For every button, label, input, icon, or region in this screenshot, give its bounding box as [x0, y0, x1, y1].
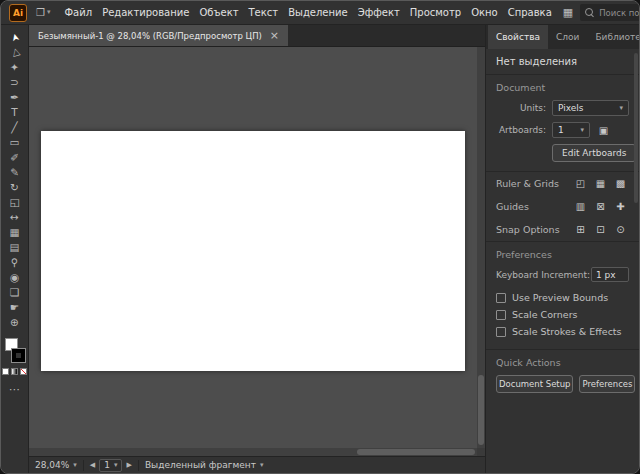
paintbrush-tool[interactable]: ✐	[3, 150, 27, 165]
help-search-box[interactable]	[580, 4, 640, 21]
artboard-number-dropdown[interactable]: 1 ▾	[99, 459, 122, 472]
show-transparency-grid-button[interactable]: ▩	[612, 176, 629, 191]
document-tab[interactable]: Безымянный-1 @ 28,04% (RGB/Предпросмотр …	[29, 25, 288, 46]
guides-row: Guides ▥ ⊠ ✚	[486, 195, 639, 218]
panel-tab-libraries[interactable]: Библиотеки	[587, 25, 640, 49]
menu-effect[interactable]: Эффект	[353, 4, 405, 21]
snap-to-grid-button[interactable]: ⊞	[572, 222, 589, 237]
statusbar-separator	[138, 460, 139, 471]
pen-tool[interactable]: ✒	[3, 90, 27, 105]
document-area: Безымянный-1 @ 28,04% (RGB/Предпросмотр …	[29, 25, 485, 473]
guides-label: Guides	[496, 201, 529, 212]
menu-select[interactable]: Выделение	[283, 4, 353, 21]
none-mode-button[interactable]	[20, 368, 27, 375]
horizontal-scrollbar[interactable]	[29, 448, 477, 456]
document-setup-button[interactable]: Document Setup	[496, 375, 573, 393]
artboard-settings-icon[interactable]: ▣	[595, 123, 612, 138]
show-guides-button[interactable]: ▥	[572, 199, 589, 214]
menu-type[interactable]: Текст	[244, 4, 284, 21]
chevron-down-icon: ▾	[580, 127, 584, 134]
color-mode-button[interactable]	[2, 368, 9, 375]
eyedropper-tool[interactable]: ⚲	[3, 255, 27, 270]
menu-object[interactable]: Объект	[194, 4, 243, 21]
type-tool[interactable]: T	[3, 105, 27, 120]
rotate-tool[interactable]: ↻	[3, 180, 27, 195]
status-indicator-dropdown[interactable]: Выделенный фрагмент ▾	[145, 460, 264, 470]
lasso-tool[interactable]: ⊃	[3, 75, 27, 90]
keyboard-increment-label: Keyboard Increment:	[496, 270, 590, 280]
quick-actions-title: Quick Actions	[496, 357, 629, 368]
use-preview-bounds-label: Use Preview Bounds	[512, 292, 608, 303]
smart-guides-button[interactable]: ✚	[612, 199, 629, 214]
chevron-down-icon: ▾	[73, 462, 77, 469]
gradient-mode-button[interactable]	[11, 368, 18, 375]
menu-edit[interactable]: Редактирование	[97, 4, 194, 21]
scale-strokes-effects-checkbox[interactable]	[496, 327, 506, 337]
scale-corners-label: Scale Corners	[512, 309, 577, 320]
app-grid-icon[interactable]: ▦	[563, 6, 573, 19]
zoom-tool[interactable]: ⊕	[3, 315, 27, 330]
mesh-tool[interactable]: ▦	[3, 225, 27, 240]
canvas[interactable]	[29, 47, 485, 456]
status-indicator-label: Выделенный фрагмент	[145, 460, 256, 470]
vertical-scrollbar[interactable]	[477, 47, 485, 448]
main-area: ➤ ▷ ✦ ⊃ ✒ T ╱ ▭ ✐ ✎ ↻ ◱ ↔ ▦ ▤ ⚲ ◉ ❏ ☛ ⊕	[1, 25, 639, 473]
horizontal-scrollbar-thumb[interactable]	[357, 449, 475, 455]
stroke-color-swatch[interactable]	[12, 349, 25, 362]
menu-help[interactable]: Справка	[503, 4, 557, 21]
keyboard-increment-input[interactable]	[591, 267, 629, 282]
scale-corners-checkbox[interactable]	[496, 310, 506, 320]
statusbar: 28,04% ▾ ◀ 1 ▾ ▶ Выделенный фрагмент ▾	[29, 456, 485, 473]
menu-window[interactable]: Окно	[466, 4, 503, 21]
workspace-switcher-button[interactable]: ❐ ▾	[33, 7, 53, 18]
edit-toolbar-button[interactable]: ⋯	[9, 383, 20, 396]
rectangle-tool[interactable]: ▭	[3, 135, 27, 150]
statusbar-separator	[83, 460, 84, 471]
width-tool[interactable]: ↔	[3, 210, 27, 225]
lock-guides-button[interactable]: ⊠	[592, 199, 609, 214]
snap-to-pixel-button[interactable]: ⊡	[592, 222, 609, 237]
menu-file[interactable]: Файл	[59, 4, 97, 21]
artboards-label: Artboards:	[496, 125, 546, 135]
snap-to-point-button[interactable]: ⊙	[612, 222, 629, 237]
artboard-navigation: ◀ 1 ▾ ▶	[90, 459, 132, 472]
help-search-input[interactable]	[599, 8, 640, 18]
show-grid-button[interactable]: ▦	[592, 176, 609, 191]
panel-tab-properties[interactable]: Свойства	[488, 25, 548, 49]
ruler-grids-label: Ruler & Grids	[496, 178, 559, 189]
units-value: Pixels	[558, 103, 584, 113]
close-tab-icon[interactable]: ×	[270, 30, 279, 41]
quick-actions-section: Quick Actions Document Setup Preferences	[486, 350, 639, 402]
next-artboard-button[interactable]: ▶	[126, 461, 131, 469]
ruler-grids-buttons: ◰ ▦ ▩	[572, 176, 629, 191]
blend-tool[interactable]: ◉	[3, 270, 27, 285]
scale-corners-row: Scale Corners	[496, 306, 629, 323]
hand-tool[interactable]: ☛	[3, 300, 27, 315]
use-preview-bounds-checkbox[interactable]	[496, 293, 506, 303]
artboards-dropdown[interactable]: 1 ▾	[552, 122, 590, 138]
snap-options-label: Snap Options	[496, 224, 560, 235]
previous-artboard-button[interactable]: ◀	[90, 461, 95, 469]
units-dropdown[interactable]: Pixels ▾	[552, 100, 629, 116]
zoom-dropdown[interactable]: 28,04% ▾	[35, 460, 77, 470]
units-label: Units:	[496, 103, 546, 113]
artboard-tool[interactable]: ❏	[3, 285, 27, 300]
vertical-scrollbar-thumb[interactable]	[478, 375, 484, 445]
scale-strokes-effects-row: Scale Strokes & Effects	[496, 323, 629, 340]
preferences-button[interactable]: Preferences	[579, 375, 635, 393]
gradient-tool[interactable]: ▤	[3, 240, 27, 255]
quick-actions-buttons: Document Setup Preferences	[496, 375, 629, 393]
edit-artboards-button[interactable]: Edit Artboards	[552, 144, 636, 162]
panel-scrollbar-thumb[interactable]	[634, 53, 638, 203]
menu-list: Файл Редактирование Объект Текст Выделен…	[59, 4, 556, 21]
menubar: Ai ❐ ▾ Файл Редактирование Объект Текст …	[1, 1, 639, 25]
menu-view[interactable]: Просмотр	[405, 4, 466, 21]
preferences-section: Preferences Keyboard Increment: Use Prev…	[486, 242, 639, 349]
illustrator-logo: Ai	[9, 4, 27, 22]
pencil-tool[interactable]: ✎	[3, 165, 27, 180]
line-segment-tool[interactable]: ╱	[3, 120, 27, 135]
show-rulers-button[interactable]: ◰	[572, 176, 589, 191]
scale-tool[interactable]: ◱	[3, 195, 27, 210]
panel-tab-layers[interactable]: Слои	[548, 25, 587, 49]
ruler-grids-row: Ruler & Grids ◰ ▦ ▩	[486, 172, 639, 195]
